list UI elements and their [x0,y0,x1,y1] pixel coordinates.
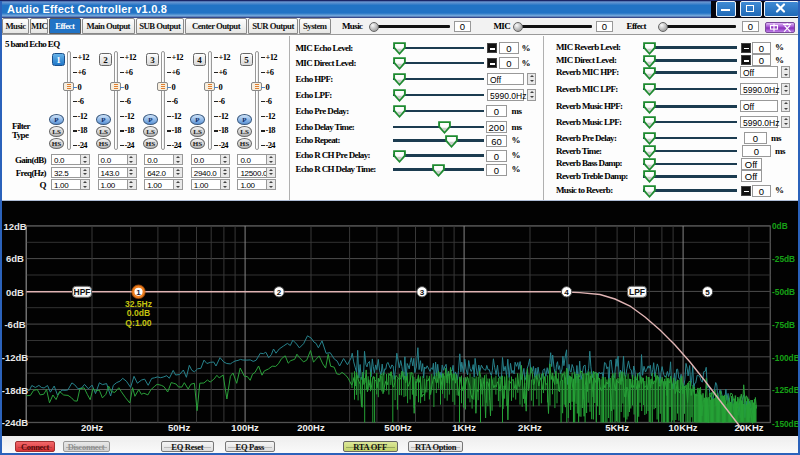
svg-text:HPF: HPF [74,287,91,297]
svg-text:-150dB: -150dB [772,419,800,429]
svg-text:0.0dB: 0.0dB [127,308,150,318]
svg-text:1: 1 [136,288,141,297]
svg-text:200Hz: 200Hz [297,422,325,433]
svg-text:12dB: 12dB [3,221,26,232]
svg-text:0dB: 0dB [6,287,24,298]
svg-text:4: 4 [564,288,569,297]
svg-text:-18dB: -18dB [2,385,29,396]
svg-text:50Hz: 50Hz [168,422,190,433]
svg-text:5KHz: 5KHz [605,422,629,433]
svg-text:-24dB: -24dB [2,417,29,428]
svg-text:20KHz: 20KHz [734,422,763,433]
svg-text:32.5Hz: 32.5Hz [125,299,152,309]
svg-text:1KHz: 1KHz [452,422,476,433]
svg-text:-50dB: -50dB [772,287,795,297]
svg-text:2KHz: 2KHz [518,422,542,433]
svg-text:5: 5 [705,288,710,297]
svg-text:-6dB: -6dB [4,319,25,330]
svg-text:10KHz: 10KHz [669,422,698,433]
svg-text:2: 2 [277,288,282,297]
svg-text:500Hz: 500Hz [384,422,412,433]
svg-text:-25dB: -25dB [772,254,795,264]
svg-text:-12dB: -12dB [2,352,29,363]
svg-text:-100dB: -100dB [772,353,800,363]
svg-text:0dB: 0dB [772,221,788,231]
svg-text:Q:1.00: Q:1.00 [125,318,151,328]
svg-text:3: 3 [420,288,425,297]
svg-text:-75dB: -75dB [772,320,795,330]
svg-text:20Hz: 20Hz [81,422,103,433]
svg-text:-125dB: -125dB [772,385,800,395]
svg-text:LPF: LPF [629,287,645,297]
svg-text:6dB: 6dB [6,253,24,264]
svg-text:100Hz: 100Hz [231,422,259,433]
